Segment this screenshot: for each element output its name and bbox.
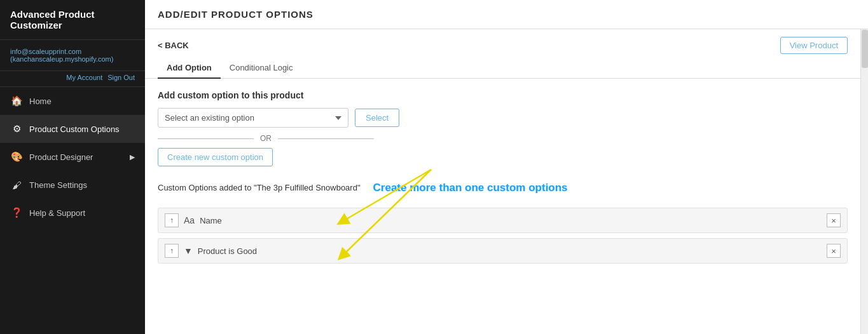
account-links: My Account Sign Out [0, 71, 145, 87]
sign-out-link[interactable]: Sign Out [107, 74, 135, 81]
existing-option-select[interactable]: Select an existing option [158, 108, 348, 128]
product-custom-options-icon: ⚙ [10, 123, 23, 135]
sidebar-item-product-custom-options[interactable]: ⚙ Product Custom Options [0, 115, 145, 143]
sidebar-item-product-custom-options-label: Product Custom Options [29, 124, 120, 134]
option-row-product-is-good: ↑ ▼ Product is Good × [158, 238, 848, 264]
my-account-link[interactable]: My Account [66, 74, 102, 81]
callout-text: Create more than one custom options [373, 182, 568, 194]
scrollbar-thumb[interactable] [862, 30, 868, 68]
chevron-right-icon: ▶ [130, 153, 135, 161]
custom-options-label: Custom Options added to "The 3p Fulfille… [158, 183, 361, 192]
main-body: < BACK View Product Add Option Condition… [145, 29, 868, 334]
option-product-is-good-label: Product is Good [198, 246, 822, 256]
sidebar-item-theme-settings-label: Theme Settings [29, 180, 87, 190]
text-type-icon: Aa [184, 215, 195, 225]
tabs: Add Option Conditional Logic [145, 58, 860, 79]
view-product-button[interactable]: View Product [780, 37, 848, 54]
or-divider: OR [158, 134, 374, 143]
select-row: Select an existing option Select [158, 108, 848, 128]
help-support-icon: ❓ [10, 206, 23, 219]
delete-button-product-is-good[interactable]: × [827, 244, 841, 258]
content-wrapper: < BACK View Product Add Option Condition… [145, 29, 860, 334]
sidebar-item-help-support-label: Help & Support [29, 208, 85, 218]
create-custom-option-button[interactable]: Create new custom option [158, 148, 273, 166]
dropdown-type-icon: ▼ [184, 246, 193, 256]
sidebar-item-help-support[interactable]: ❓ Help & Support [0, 199, 145, 227]
custom-options-section: Custom Options added to "The 3p Fulfille… [145, 173, 860, 270]
top-bar: < BACK View Product [145, 29, 860, 58]
add-option-form: Add custom option to this product Select… [145, 79, 860, 173]
tab-add-option[interactable]: Add Option [158, 58, 221, 79]
sort-button-name[interactable]: ↑ [165, 213, 179, 227]
product-designer-icon: 🎨 [10, 150, 23, 163]
sidebar-nav: 🏠 Home ⚙ Product Custom Options 🎨 Produc… [0, 87, 145, 334]
app-title: Advanced Product Customizer [0, 0, 145, 40]
home-icon: 🏠 [10, 95, 23, 107]
options-list: ↑ Aa Name × ↑ ▼ Product is Good × [158, 208, 848, 264]
option-name-label: Name [200, 216, 822, 225]
sidebar: Advanced Product Customizer info@scaleup… [0, 0, 145, 334]
product-name: "The 3p Fulfilled Snowboard" [254, 183, 361, 192]
sidebar-item-theme-settings[interactable]: 🖌 Theme Settings [0, 171, 145, 199]
main-content: ADD/EDIT PRODUCT OPTIONS < BACK View Pro… [145, 0, 868, 334]
account-email[interactable]: info@scaleupprint.com [10, 48, 135, 55]
sidebar-item-product-designer-label: Product Designer [29, 152, 93, 162]
custom-options-label-prefix: Custom Options added to [158, 183, 254, 192]
select-button[interactable]: Select [355, 109, 399, 127]
content-area: < BACK View Product Add Option Condition… [145, 29, 860, 270]
sidebar-item-home-label: Home [29, 97, 52, 106]
theme-settings-icon: 🖌 [10, 178, 23, 191]
back-link[interactable]: < BACK [158, 41, 189, 50]
or-line-left [158, 138, 254, 139]
sidebar-item-home[interactable]: 🏠 Home [0, 87, 145, 115]
delete-button-name[interactable]: × [827, 213, 841, 227]
form-title: Add custom option to this product [158, 90, 848, 100]
option-row-name: ↑ Aa Name × [158, 208, 848, 233]
sidebar-item-product-designer[interactable]: 🎨 Product Designer ▶ [0, 143, 145, 171]
account-info: info@scaleupprint.com (kanchanscaleup.my… [0, 40, 145, 71]
account-store: (kanchanscaleup.myshopify.com) [10, 55, 113, 63]
or-text: OR [260, 134, 272, 143]
tab-conditional-logic[interactable]: Conditional Logic [221, 58, 302, 79]
or-line-right [278, 138, 374, 139]
page-title: ADD/EDIT PRODUCT OPTIONS [145, 0, 868, 29]
sort-button-product-is-good[interactable]: ↑ [165, 244, 179, 258]
scrollbar[interactable] [860, 29, 868, 334]
